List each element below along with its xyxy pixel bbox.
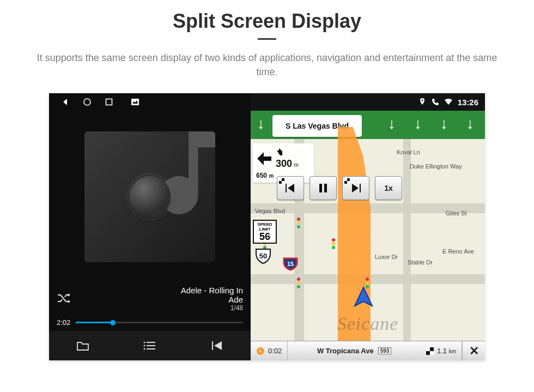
current-road-name: W Tropicana Ave	[317, 347, 374, 355]
map-canvas[interactable]: ↓ ↓ ↓ ↓ ↓ S Las Vegas Blvd Vegas Blvd Ko…	[251, 111, 485, 341]
sim-speed-button[interactable]: 1x	[375, 176, 402, 200]
street-label: Stable Dr	[408, 259, 433, 266]
folder-icon[interactable]	[75, 340, 90, 351]
svg-rect-1	[106, 99, 112, 105]
page-subtitle: It supports the same screen display of t…	[27, 51, 507, 79]
close-button[interactable]: ✕	[462, 341, 485, 360]
lane-arrow-icon: ↓	[414, 115, 422, 132]
lane-arrow-icon: ↓	[440, 115, 448, 132]
sim-prev-button[interactable]	[277, 176, 304, 200]
street-label: Duke Ellington Way	[410, 163, 462, 170]
distance-cell[interactable]: 1.1 km	[421, 341, 462, 360]
svg-text:15: 15	[287, 261, 294, 267]
clock-time: 13:26	[458, 98, 478, 107]
street-label: Vegas Blvd	[255, 208, 285, 214]
current-road: W Tropicana Ave 593	[288, 347, 421, 355]
svg-rect-14	[319, 184, 322, 192]
svg-rect-22	[430, 351, 434, 355]
player-bottom-bar	[49, 331, 251, 360]
street-label: Koval Ln	[397, 149, 420, 155]
svg-rect-2	[131, 99, 139, 105]
lane-guidance: ↓ ↓ ↓ ↓ ↓ S Las Vegas Blvd	[251, 111, 485, 139]
svg-point-8	[143, 348, 145, 350]
title-underline	[258, 38, 276, 40]
svg-rect-13	[282, 181, 284, 184]
traffic-light-icon	[296, 278, 301, 288]
distance-value: 1.1	[437, 347, 447, 355]
street-label: Giles St	[446, 210, 467, 216]
back-icon[interactable]	[61, 98, 70, 106]
playlist-icon[interactable]	[142, 341, 157, 351]
page-title: Split Screen Display	[173, 10, 361, 33]
eta-value: 0:02	[268, 347, 282, 355]
android-nav-bar	[49, 93, 251, 111]
speed-limit-label: SPEED LIMIT	[254, 222, 276, 232]
interstate-shield: 15	[282, 256, 299, 272]
wifi-icon	[445, 98, 452, 106]
us-route-shield: 50	[254, 247, 272, 266]
prev-track-icon[interactable]	[209, 340, 224, 351]
cur-dist-unit: m	[269, 173, 274, 179]
split-screen-device: Adele - Rolling In Ade 1/48 2:02	[49, 93, 485, 360]
progress-row: 2:02	[49, 314, 251, 328]
track-title: Adele - Rolling In	[57, 286, 243, 295]
next-dist: 300	[276, 158, 292, 169]
lane-arrow-icon: ↓	[257, 115, 265, 132]
album-area	[49, 111, 251, 282]
track-meta: Adele - Rolling In Ade 1/48	[49, 282, 251, 314]
svg-rect-21	[426, 347, 430, 351]
flag-icon	[279, 178, 284, 184]
next-dist-unit: m	[294, 162, 298, 168]
play-button[interactable]	[129, 176, 171, 218]
recent-icon[interactable]	[105, 98, 113, 106]
progress-slider[interactable]	[76, 322, 243, 323]
track-index: 1/48	[57, 304, 243, 312]
flag-icon	[426, 347, 434, 355]
exit-badge: 593	[378, 347, 392, 354]
shuffle-icon[interactable]	[57, 293, 71, 306]
distance-unit: km	[449, 348, 456, 354]
elapsed-time: 2:02	[57, 318, 70, 327]
flag-icon	[344, 178, 350, 184]
svg-point-6	[143, 342, 145, 343]
navigation-pane: 13:26 ↓ ↓ ↓ ↓ ↓ S Las Vegas Blvd Vegas B…	[251, 93, 485, 360]
svg-rect-17	[344, 178, 347, 181]
sim-next-button[interactable]	[342, 176, 369, 200]
svg-rect-12	[279, 178, 282, 181]
speed-limit-sign: SPEED LIMIT 56	[253, 220, 277, 244]
svg-point-0	[84, 99, 90, 105]
picture-icon[interactable]	[131, 98, 139, 106]
turn-right-ahead-icon	[276, 147, 286, 156]
lane-arrow-icon: ↓	[388, 115, 396, 132]
traffic-light-icon	[296, 218, 301, 228]
location-icon	[418, 98, 426, 106]
svg-point-7	[143, 345, 145, 347]
vehicle-arrow-icon	[351, 285, 375, 311]
phone-icon	[432, 98, 439, 106]
lane-arrow-icon: ↓	[466, 115, 474, 132]
street-label: Luxor Dr	[375, 254, 398, 260]
traffic-light-icon	[331, 238, 336, 249]
sim-playback-controls: 1x	[277, 176, 402, 200]
clock-icon	[256, 347, 265, 355]
eta-cell[interactable]: 0:02	[251, 341, 288, 360]
svg-rect-15	[324, 184, 327, 192]
street-label: E Reno Ave	[442, 248, 474, 255]
cur-dist: 650	[256, 172, 267, 179]
home-icon[interactable]	[83, 98, 92, 106]
status-bar: 13:26	[251, 93, 485, 111]
svg-rect-18	[347, 181, 350, 184]
turn-left-icon	[256, 150, 272, 166]
music-player-pane: Adele - Rolling In Ade 1/48 2:02	[49, 93, 251, 360]
track-artist: Ade	[57, 295, 243, 304]
sim-pause-button[interactable]	[310, 176, 337, 200]
svg-text:50: 50	[259, 252, 267, 260]
nav-bottom-bar: 0:02 W Tropicana Ave 593 1.1 km ✕	[251, 341, 485, 360]
speed-limit-value: 56	[254, 232, 276, 242]
